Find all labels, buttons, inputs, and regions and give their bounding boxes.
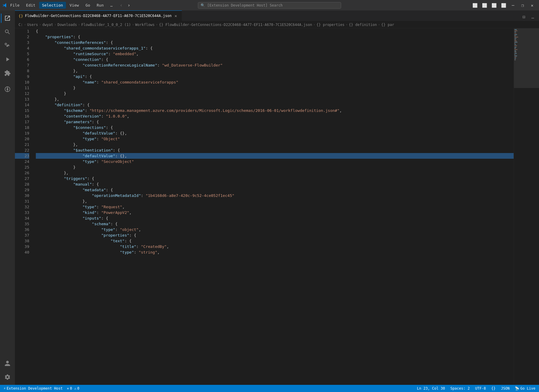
activity-settings-icon[interactable] — [1, 371, 14, 384]
activity-explorer-icon[interactable] — [1, 12, 14, 25]
code-line: "contentVersion": "1.0.0.0", — [36, 113, 514, 119]
activity-source-control-icon[interactable] — [1, 39, 14, 52]
breadcrumb-properties[interactable]: {} properties — [316, 23, 344, 27]
breadcrumb-c[interactable]: C: — [19, 23, 23, 27]
go-live-label: Go Live — [520, 386, 535, 391]
remote-icon: ⚡ — [4, 386, 6, 391]
breadcrumb-workflows[interactable]: Workflows — [135, 23, 155, 27]
code-line: "$authentication": { — [36, 147, 514, 153]
status-left: ⚡ Extension Development Host ✕ 0 ⚠ 0 — [2, 386, 81, 391]
status-bar: ⚡ Extension Development Host ✕ 0 ⚠ 0 Ln … — [0, 385, 539, 392]
minimap-content: ██████ ████████ ████ █████ ███████ ███ █… — [514, 28, 539, 385]
activity-account-icon[interactable] — [1, 357, 14, 370]
restore-btn[interactable]: ❐ — [518, 1, 527, 10]
menu-edit[interactable]: Edit — [23, 2, 38, 9]
more-actions-btn[interactable]: … — [529, 13, 537, 21]
code-line: "triggers": { — [36, 176, 514, 181]
main-layout: {} FlowBuilder-GetConnections-D22C0468-4… — [0, 10, 539, 385]
menu-view[interactable]: View — [67, 2, 82, 9]
activity-remote-icon[interactable] — [1, 83, 14, 96]
warning-icon: ⚠ — [74, 386, 76, 391]
breadcrumb-file[interactable]: {} FlowBuilder-GetConnections-D22C0468-4… — [159, 23, 312, 27]
active-tab[interactable]: {} FlowBuilder-GetConnections-D22C0468-4… — [15, 10, 182, 21]
menu-selection[interactable]: Selection — [39, 2, 66, 9]
code-line: "type": "string", — [36, 249, 514, 255]
code-line: "inputs": { — [36, 215, 514, 221]
breadcrumb: C: › Users › dwyat › Downloads › FlowBui… — [15, 21, 539, 28]
menu-more[interactable]: … — [107, 2, 116, 9]
cursor-position[interactable]: Ln 23, Col 30 — [416, 386, 446, 391]
activity-bar — [0, 10, 15, 385]
code-line: "type": "Request", — [36, 204, 514, 210]
menu-file[interactable]: File — [7, 2, 22, 9]
nav-back-btn[interactable]: ‹ — [118, 2, 124, 9]
language-mode[interactable]: JSON — [500, 386, 511, 391]
breadcrumb-users[interactable]: Users — [27, 23, 38, 27]
error-icon: ✕ — [67, 386, 69, 391]
close-btn[interactable]: ✕ — [528, 1, 537, 10]
error-value: 0 — [70, 386, 72, 391]
layout-panel-btn[interactable]: ⬜ — [489, 1, 498, 10]
code-line: { — [36, 28, 514, 34]
language-label: JSON — [501, 386, 510, 391]
code-line: "properties": { — [36, 34, 514, 40]
layout-more-btn[interactable]: ⬜ — [499, 1, 508, 10]
go-live-btn[interactable]: 📡 Go Live — [514, 386, 537, 391]
breadcrumb-dwyat[interactable]: dwyat — [42, 23, 53, 27]
code-line: "connectionReferenceLogicalName": "wd_Da… — [36, 62, 514, 68]
split-editor-btn[interactable]: ⊟ — [520, 13, 528, 21]
position-label: Ln 23, Col 30 — [417, 386, 445, 391]
code-line: } — [36, 85, 514, 91]
titlebar: File Edit Selection View Go Run … ‹ › 🔍 … — [0, 0, 539, 10]
eol-label: {} — [491, 386, 495, 391]
code-line: "type": "Object" — [36, 136, 514, 142]
go-live-icon: 📡 — [515, 386, 519, 391]
line-numbers: 1234567891011121314151617181920212223242… — [15, 28, 32, 385]
activity-run-icon[interactable] — [1, 53, 14, 66]
activity-search-icon[interactable] — [1, 25, 14, 38]
menu-go[interactable]: Go — [82, 2, 93, 9]
code-line: }, — [36, 198, 514, 204]
menu-run[interactable]: Run — [94, 2, 107, 9]
breadcrumb-definition[interactable]: {} definition — [349, 23, 377, 27]
tab-file-icon: {} — [19, 14, 23, 18]
minimap[interactable]: ██████ ████████ ████ █████ ███████ ███ █… — [514, 28, 539, 385]
editor-area: {} FlowBuilder-GetConnections-D22C0468-4… — [15, 10, 539, 385]
code-line: "type": "SecureObject" — [36, 159, 514, 164]
code-line: "operationMetadataId": "1b4168d6-a8e7-42… — [36, 193, 514, 198]
breadcrumb-par[interactable]: {} par — [381, 23, 394, 27]
code-line: "schema": { — [36, 221, 514, 227]
nav-forward-btn[interactable]: › — [126, 2, 132, 9]
remote-indicator[interactable]: ⚡ Extension Development Host — [2, 386, 64, 391]
spaces-label: Spaces: 2 — [450, 386, 470, 391]
code-line: }, — [36, 142, 514, 147]
code-line: "runtimeSource": "embedded", — [36, 51, 514, 57]
minimize-btn[interactable]: ─ — [509, 1, 518, 10]
tab-close-btn[interactable]: ✕ — [173, 13, 178, 18]
code-line: "kind": "PowerAppV2", — [36, 210, 514, 215]
indentation[interactable]: Spaces: 2 — [449, 386, 471, 391]
breadcrumb-downloads[interactable]: Downloads — [58, 23, 77, 27]
encoding[interactable]: UTF-8 — [474, 386, 487, 391]
code-line: } — [36, 91, 514, 96]
tabs-bar: {} FlowBuilder-GetConnections-D22C0468-4… — [15, 10, 539, 21]
code-line: "parameters": { — [36, 119, 514, 125]
code-line: "defaultValue": {}, — [36, 153, 514, 159]
code-editor[interactable]: { "properties": { "connectionReferences"… — [32, 28, 514, 385]
eol[interactable]: {} — [490, 386, 497, 391]
breadcrumb-flowbuilder-dir[interactable]: FlowBuilder_1_0_0_2 (1) — [81, 23, 131, 27]
activity-extensions-icon[interactable] — [1, 67, 14, 80]
remote-label: Extension Development Host — [7, 386, 63, 391]
code-line: "api": { — [36, 74, 514, 79]
encoding-label: UTF-8 — [475, 386, 486, 391]
nav-buttons: ‹ › — [118, 2, 132, 9]
error-count[interactable]: ✕ 0 ⚠ 0 — [66, 386, 81, 391]
titlebar-menus: File Edit Selection View Go Run … — [7, 2, 115, 9]
layout-editor-btn[interactable]: ⬜ — [470, 1, 479, 10]
code-line: "connectionReferences": { — [36, 40, 514, 45]
code-line: "definition": { — [36, 102, 514, 108]
code-line: "properties": { — [36, 232, 514, 238]
layout-split-btn[interactable]: ⬜ — [480, 1, 489, 10]
code-line: "metadata": { — [36, 187, 514, 193]
search-bar[interactable]: 🔍 [Extension Development Host] Search — [198, 2, 341, 9]
